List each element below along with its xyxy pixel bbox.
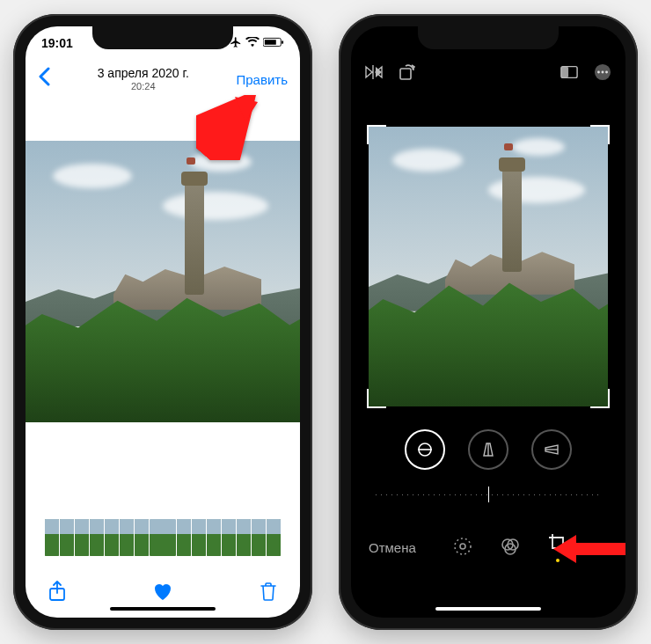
thumbnail[interactable]: [60, 519, 74, 556]
crop-canvas[interactable]: [369, 127, 608, 406]
horizontal-perspective-button[interactable]: [531, 429, 572, 470]
editor-top-bar: [351, 53, 625, 91]
thumbnail[interactable]: [237, 519, 251, 556]
adjust-tab[interactable]: [452, 536, 473, 560]
left-phone: 19:01 3 апреля 2020 г. 20:24: [13, 14, 312, 630]
notch: [92, 26, 233, 49]
wifi-icon: [245, 36, 260, 50]
aspect-ratio-icon[interactable]: [560, 63, 578, 81]
vertical-perspective-button[interactable]: [468, 429, 508, 470]
straighten-button[interactable]: [405, 429, 445, 470]
svg-rect-6: [400, 69, 411, 79]
angle-ruler[interactable]: [376, 484, 601, 505]
thumbnail[interactable]: [267, 519, 281, 556]
crop-handle-tl[interactable]: [367, 125, 386, 144]
thumbnail[interactable]: [207, 519, 221, 556]
home-indicator[interactable]: [435, 607, 541, 611]
flip-horizontal-icon[interactable]: [365, 63, 383, 81]
thumbnail[interactable]: [45, 519, 59, 556]
rotate-icon[interactable]: [399, 63, 416, 81]
svg-marker-22: [553, 535, 625, 563]
svg-point-18: [460, 544, 465, 549]
photo-time: 20:24: [98, 81, 189, 91]
crop-handle-bl[interactable]: [367, 389, 386, 408]
thumbnail[interactable]: [90, 519, 104, 556]
photo-viewer-screen: 19:01 3 апреля 2020 г. 20:24: [26, 26, 300, 618]
bottom-toolbar: [26, 581, 300, 602]
more-icon[interactable]: [594, 63, 611, 81]
svg-rect-8: [561, 67, 568, 78]
photo-nav-bar: 3 апреля 2020 г. 20:24 Править: [26, 60, 300, 99]
svg-rect-2: [282, 40, 283, 44]
edit-button[interactable]: Править: [237, 72, 289, 87]
svg-point-12: [605, 71, 608, 74]
filters-tab[interactable]: [500, 536, 521, 560]
thumbnail-selected[interactable]: [150, 519, 176, 556]
thumbnail[interactable]: [120, 519, 134, 556]
svg-point-17: [455, 538, 471, 554]
svg-point-10: [597, 71, 600, 74]
share-button[interactable]: [47, 581, 68, 602]
photo-title: 3 апреля 2020 г. 20:24: [98, 67, 189, 91]
notch: [418, 26, 559, 49]
thumbnail[interactable]: [135, 519, 149, 556]
delete-button[interactable]: [258, 581, 279, 602]
right-phone: Отмена ·: [339, 14, 638, 630]
landscape-photo: [26, 141, 300, 422]
photo-editor-screen: Отмена ·: [351, 26, 625, 618]
thumbnail[interactable]: [177, 519, 191, 556]
battery-icon: [263, 36, 284, 50]
back-button[interactable]: [38, 67, 50, 91]
editor-tool-tabs: [452, 532, 568, 562]
thumbnail[interactable]: [105, 519, 119, 556]
svg-point-11: [602, 71, 604, 74]
thumbnail-strip[interactable]: [26, 519, 300, 556]
cancel-button[interactable]: Отмена: [369, 540, 416, 555]
perspective-buttons: [351, 429, 625, 470]
svg-rect-1: [265, 40, 276, 45]
favorite-button[interactable]: [152, 581, 173, 602]
thumbnail[interactable]: [192, 519, 206, 556]
status-icons: [230, 36, 284, 51]
thumbnail[interactable]: [252, 519, 266, 556]
photo-date: 3 апреля 2020 г.: [98, 67, 189, 80]
crop-handle-br[interactable]: [590, 389, 610, 408]
crop-handle-tr[interactable]: [590, 125, 610, 144]
callout-arrow-edit: [196, 95, 258, 164]
landscape-photo: [369, 127, 608, 406]
status-time: 19:01: [41, 36, 73, 50]
callout-arrow-crop: [553, 531, 625, 570]
svg-line-4: [203, 106, 244, 153]
home-indicator[interactable]: [110, 607, 216, 611]
thumbnail[interactable]: [222, 519, 236, 556]
thumbnail[interactable]: [75, 519, 89, 556]
photo-display[interactable]: [26, 141, 300, 422]
